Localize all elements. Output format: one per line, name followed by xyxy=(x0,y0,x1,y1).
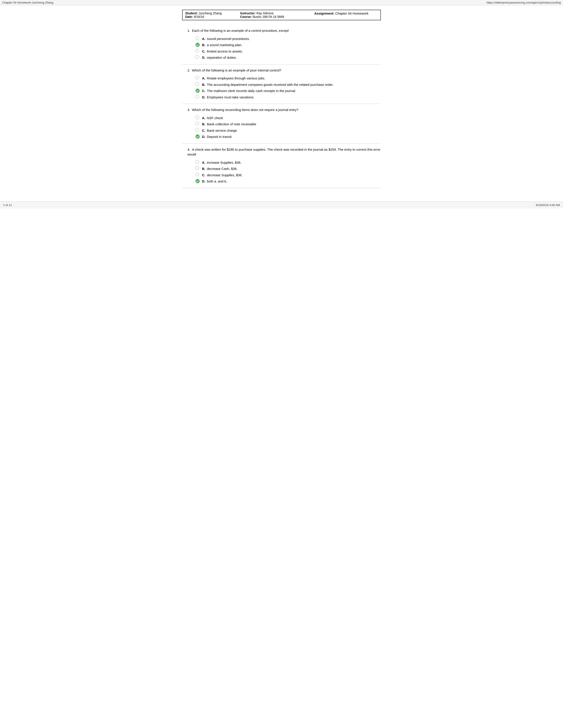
question-3-text: 3.Which of the following reconciling ite… xyxy=(187,107,381,113)
radio-circle xyxy=(195,128,199,132)
option-text-2: Bank service charge xyxy=(207,128,381,133)
assignment-info: Assignment: Chapter 04 Homework xyxy=(302,10,381,20)
option-letter-3: D. xyxy=(202,55,206,60)
question-1-italic: except xyxy=(279,29,289,32)
option-text-1: decrease Cash, $36. xyxy=(207,166,381,171)
option-letter-1: B. xyxy=(202,43,206,48)
date-label: Date: xyxy=(185,15,193,19)
question-3-body: Which of the following reconciling items… xyxy=(192,108,299,112)
option-letter-2: C. xyxy=(202,173,206,178)
option-text-3: separation of duties. xyxy=(207,55,381,60)
question-2-options: A.Rotate employees through various jobs.… xyxy=(195,76,381,100)
question-2: 2.Which of the following is an example o… xyxy=(182,64,381,104)
question-4-text: 4.A check was written for $295 to purcha… xyxy=(187,147,381,157)
question-2-option-B[interactable]: B.The accounting department compares goo… xyxy=(195,82,381,87)
instructor-label: Instructor: xyxy=(240,11,256,15)
option-text-2: The mailroom clerk records daily cash re… xyxy=(207,88,381,94)
question-2-body: Which of the following is an example of … xyxy=(192,68,281,72)
radio-circle xyxy=(195,36,199,40)
page-url: https://xlitemprod.pearsoncmg.com/api/v1… xyxy=(487,1,561,4)
option-text-0: NSF check xyxy=(207,116,381,121)
question-1-option-D[interactable]: D.separation of duties. xyxy=(195,55,381,60)
question-3-option-B[interactable]: B.Bank collection of note receivable xyxy=(195,122,381,127)
question-3-options: A.NSF checkB.Bank collection of note rec… xyxy=(195,116,381,139)
radio-circle xyxy=(195,49,199,53)
svg-point-0 xyxy=(195,43,199,47)
option-letter-1: B. xyxy=(202,166,206,171)
option-letter-3: D. xyxy=(202,179,206,184)
svg-point-3 xyxy=(195,179,199,183)
question-4-options: A.increase Supplies, $36.B.decrease Cash… xyxy=(195,160,381,184)
option-text-1: Bank collection of note receivable xyxy=(207,122,381,127)
question-4-option-B[interactable]: B.decrease Cash, $36. xyxy=(195,166,381,171)
question-2-option-D[interactable]: D.Employees must take vacations. xyxy=(195,95,381,100)
option-letter-3: D. xyxy=(202,95,206,100)
radio-circle xyxy=(195,160,199,164)
option-text-3: both a. and b. xyxy=(207,179,381,184)
question-3: 3.Which of the following reconciling ite… xyxy=(182,104,381,144)
option-letter-1: B. xyxy=(202,122,206,127)
correct-check-icon xyxy=(195,134,200,139)
page-number: 1 of 11 xyxy=(3,203,12,207)
question-2-number: 2. xyxy=(187,68,190,73)
option-letter-3: D. xyxy=(202,134,206,139)
correct-check-icon xyxy=(195,179,200,183)
radio-circle xyxy=(195,76,199,79)
course-label: Course: xyxy=(240,15,252,19)
question-1-option-B[interactable]: B.a sound marketing plan. xyxy=(195,43,381,48)
radio-circle xyxy=(195,95,199,98)
questions-container: 1.Each of the following is an example of… xyxy=(182,25,381,188)
option-text-0: Rotate employees through various jobs. xyxy=(207,76,381,81)
question-1-options: A.sound personnel procedures. B.a sound … xyxy=(195,36,381,60)
option-text-1: The accounting department compares goods… xyxy=(207,82,381,87)
option-text-0: increase Supplies, $36. xyxy=(207,160,381,165)
question-1-option-A[interactable]: A.sound personnel procedures. xyxy=(195,36,381,41)
option-text-3: Employees must take vacations. xyxy=(207,95,381,100)
instructor-name: Ray Gilmore xyxy=(256,11,274,15)
question-4-number: 4. xyxy=(187,147,190,152)
footer-bar: 1 of 11 9/19/2016 4:05 AM xyxy=(0,201,563,208)
question-2-option-C[interactable]: C.The mailroom clerk records daily cash … xyxy=(195,88,381,94)
option-letter-2: C. xyxy=(202,128,206,133)
question-3-option-C[interactable]: C.Bank service charge xyxy=(195,128,381,133)
header-table: Student: Juncheng Zhang Date: 9/18/16 In… xyxy=(182,10,381,20)
student-label: Student: xyxy=(185,11,198,15)
question-1-option-C[interactable]: C.limited access to assets. xyxy=(195,49,381,54)
course-value: BusAc 186 FA 16 5669 xyxy=(252,15,284,19)
question-2-option-A[interactable]: A.Rotate employees through various jobs. xyxy=(195,76,381,81)
question-1: 1.Each of the following is an example of… xyxy=(182,25,381,64)
page-title: Chapter 04 Homework-Juncheng Zhang xyxy=(2,1,53,4)
question-4-option-A[interactable]: A.increase Supplies, $36. xyxy=(195,160,381,165)
option-letter-2: C. xyxy=(202,88,206,94)
question-1-body: Each of the following is an example of a… xyxy=(192,29,279,32)
assignment-value: Chapter 04 Homework xyxy=(335,11,368,15)
student-info: Student: Juncheng Zhang Date: 9/18/16 xyxy=(182,10,237,20)
instructor-info: Instructor: Ray Gilmore Course: BusAc 18… xyxy=(237,10,302,20)
question-3-option-A[interactable]: A.NSF check xyxy=(195,116,381,121)
option-letter-2: C. xyxy=(202,49,206,54)
question-4-option-C[interactable]: C.decrease Supplies, $36. xyxy=(195,173,381,178)
option-text-3: Deposit in transit xyxy=(207,134,381,139)
radio-circle xyxy=(195,122,199,125)
browser-title-bar: Chapter 04 Homework-Juncheng Zhang https… xyxy=(0,0,563,5)
radio-circle xyxy=(195,116,199,119)
question-1-text: 1.Each of the following is an example of… xyxy=(187,28,381,33)
radio-circle xyxy=(195,82,199,86)
question-1-number: 1. xyxy=(187,28,190,33)
question-4: 4.A check was written for $295 to purcha… xyxy=(182,144,381,188)
option-text-1: a sound marketing plan. xyxy=(207,43,381,48)
question-2-text: 2.Which of the following is an example o… xyxy=(187,68,381,73)
option-letter-1: B. xyxy=(202,82,206,87)
question-3-number: 3. xyxy=(187,107,190,113)
assignment-label: Assignment: xyxy=(314,11,334,15)
question-3-option-D[interactable]: D.Deposit in transit xyxy=(195,134,381,139)
svg-point-2 xyxy=(195,135,199,139)
radio-circle xyxy=(195,55,199,59)
svg-point-1 xyxy=(195,89,199,93)
date-value: 9/18/16 xyxy=(194,15,204,19)
option-text-0: sound personnel procedures. xyxy=(207,36,381,41)
option-letter-0: A. xyxy=(202,36,206,41)
correct-check-icon xyxy=(195,43,200,47)
option-text-2: decrease Supplies, $36. xyxy=(207,173,381,178)
question-4-option-D[interactable]: D.both a. and b. xyxy=(195,179,381,184)
